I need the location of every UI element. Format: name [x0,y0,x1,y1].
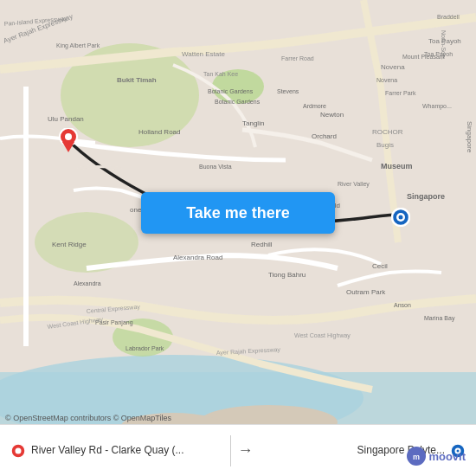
svg-point-64 [399,215,403,220]
svg-text:Outram Park: Outram Park [346,288,386,296]
origin-dot-icon [10,443,26,459]
svg-text:River Valley: River Valley [338,181,370,188]
destination-marker [391,208,410,230]
svg-text:Novena: Novena [376,77,397,83]
svg-text:Orchard: Orchard [312,132,337,140]
svg-text:Alexandra Road: Alexandra Road [173,254,222,261]
svg-text:Redhill: Redhill [251,241,273,248]
svg-text:West Coast Highway: West Coast Highway [294,332,351,339]
svg-text:Singapore: Singapore [466,121,473,153]
svg-text:Whampo...: Whampo... [422,103,452,110]
svg-text:King Albert Park: King Albert Park [56,42,100,49]
bar-divider [230,435,231,466]
svg-text:Tan Kah Kee: Tan Kah Kee [203,71,238,77]
take-me-there-button[interactable]: Take me there [141,192,335,234]
svg-text:Mount Pleasant: Mount Pleasant [402,54,445,60]
svg-text:Alexandra: Alexandra [74,280,101,286]
svg-text:Novena: Novena [381,63,405,71]
svg-text:Botanic Gardens: Botanic Gardens [208,88,254,94]
svg-text:Watten Estate: Watten Estate [182,50,226,58]
svg-text:Holland Road: Holland Road [138,128,180,136]
svg-text:Braddell: Braddell [437,14,460,20]
svg-text:Farrer Park: Farrer Park [385,90,416,96]
svg-marker-60 [62,142,74,152]
svg-text:Marina Bay: Marina Bay [424,315,455,322]
origin-label: River Valley Rd - Clarke Quay (... [31,444,184,458]
svg-text:Singapore: Singapore [407,192,445,201]
svg-point-61 [65,133,72,140]
svg-text:Museum: Museum [381,162,413,170]
svg-text:Newton: Newton [320,111,344,119]
svg-text:Ardmore: Ardmore [303,103,326,109]
svg-text:Tanglin: Tanglin [242,119,264,127]
direction-arrow-icon: → [238,441,254,460]
svg-text:Bukit Timah: Bukit Timah [117,76,157,84]
svg-text:Botanic Gardens: Botanic Gardens [215,99,261,105]
svg-text:Bugis: Bugis [376,141,394,149]
map-attribution: © OpenStreetMap contributors © OpenMapTi… [5,414,171,422]
svg-text:Ulu Pandan: Ulu Pandan [48,115,84,123]
svg-text:ROCHOR: ROCHOR [372,128,403,136]
svg-text:Stevens: Stevens [277,88,299,94]
origin-info: River Valley Rd - Clarke Quay (... [10,443,223,459]
svg-text:Anson: Anson [394,302,411,308]
map-container: Ayer Rajah Expressway Pan-Island Express… [0,0,476,424]
svg-text:Labrador Park: Labrador Park [125,345,164,351]
svg-text:Buona Vista: Buona Vista [199,164,232,170]
svg-text:Cecil: Cecil [372,262,388,270]
bottom-bar: River Valley Rd - Clarke Quay (... → Sin… [0,424,476,476]
svg-text:Kent Ridge: Kent Ridge [52,241,87,248]
svg-text:Farrer Road: Farrer Road [281,55,314,61]
moovit-logo: m moovit [407,447,466,466]
svg-text:m: m [413,453,420,461]
origin-marker [59,128,78,156]
svg-point-66 [16,447,22,453]
svg-text:Tiong Bahru: Tiong Bahru [268,271,306,279]
moovit-text: moovit [428,450,466,463]
moovit-icon: m [407,447,426,466]
